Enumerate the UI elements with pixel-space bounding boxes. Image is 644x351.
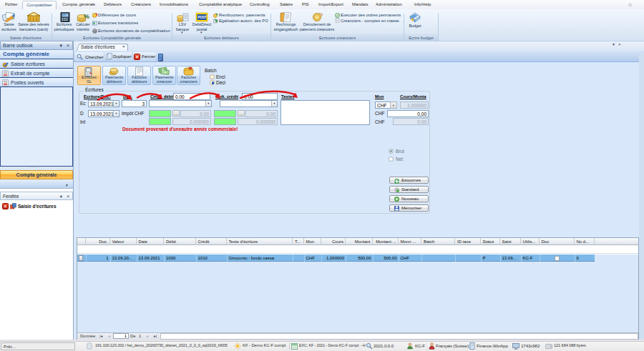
svg-text:%: %	[84, 13, 89, 20]
svg-text:POST: POST	[197, 16, 207, 19]
